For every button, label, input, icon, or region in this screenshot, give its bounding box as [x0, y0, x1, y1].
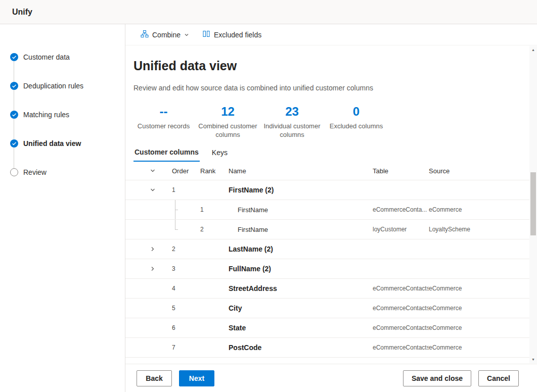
row-source: LoyaltyScheme: [429, 226, 529, 233]
row-order: 7: [172, 338, 200, 357]
stat-label: Customer records: [131, 122, 196, 130]
step-label: Review: [23, 168, 47, 176]
step-matching-rules[interactable]: Matching rules: [0, 100, 125, 129]
table-row[interactable]: 2 FirstName loyCustomer LoyaltyScheme: [125, 220, 529, 239]
save-and-close-button[interactable]: Save and close: [403, 370, 471, 386]
combine-button[interactable]: Combine: [141, 30, 189, 39]
step-label: Unified data view: [23, 139, 81, 148]
stat-label: Individual customer columns: [260, 122, 324, 139]
row-name: FirstName: [229, 206, 373, 214]
cancel-button[interactable]: Cancel: [478, 370, 519, 386]
row-order: 6: [172, 318, 200, 337]
scroll-up-icon[interactable]: ▲: [529, 46, 537, 54]
table-header: Order Rank Name Table Source: [125, 162, 529, 180]
tree-connector: [175, 220, 179, 239]
table-row[interactable]: 6 State eCommerceContacts eCommerce: [125, 318, 529, 338]
stat-individual-columns: 23 Individual customer columns: [260, 105, 324, 139]
row-rank: 1: [200, 200, 229, 219]
row-table: eCommerceContacts: [373, 344, 429, 351]
step-pending-icon: [10, 168, 18, 176]
row-name: City: [229, 304, 373, 312]
row-order: 3: [172, 259, 200, 278]
table-row[interactable]: 3 FullName (2): [125, 259, 529, 279]
chevron-right-icon[interactable]: [149, 265, 157, 273]
vertical-scrollbar[interactable]: ▲ ▼: [529, 46, 537, 363]
table-row[interactable]: 1 FirstName eCommerceConta... eCommerce: [125, 200, 529, 220]
step-deduplication-rules[interactable]: Deduplication rules: [0, 71, 125, 100]
step-current-icon: [10, 139, 18, 148]
chevron-right-icon[interactable]: [149, 245, 157, 253]
chevron-down-icon: [184, 31, 189, 39]
row-name: StreetAddress: [229, 284, 373, 292]
chevron-down-icon[interactable]: [149, 167, 157, 175]
app-header: Unify: [0, 0, 537, 24]
row-name: LastName (2): [229, 245, 373, 253]
row-table: eCommerceConta...: [373, 206, 429, 213]
table-row[interactable]: 4 StreetAddress eCommerceContacts eComme…: [125, 279, 529, 299]
page-subtitle: Review and edit how source data is combi…: [133, 84, 529, 92]
tree-connector: [175, 200, 179, 219]
row-table: eCommerceContacts: [373, 305, 429, 312]
tab-customer-columns[interactable]: Customer columns: [133, 148, 200, 162]
row-name: FullName (2): [229, 265, 373, 273]
tab-keys[interactable]: Keys: [211, 148, 229, 162]
stat-label: Combined customer columns: [196, 122, 260, 139]
excluded-fields-button[interactable]: Excluded fields: [202, 30, 261, 39]
row-order: 1: [172, 180, 200, 200]
app-title: Unify: [12, 8, 32, 17]
column-header-source[interactable]: Source: [429, 167, 529, 175]
step-customer-data[interactable]: Customer data: [0, 42, 125, 71]
stats-row: -- Customer records 12 Combined customer…: [125, 105, 529, 139]
row-table: eCommerceContacts: [373, 285, 429, 292]
scroll-down-icon[interactable]: ▼: [529, 356, 537, 363]
back-button[interactable]: Back: [137, 370, 172, 386]
step-label: Matching rules: [23, 111, 69, 119]
tab-strip: Customer columns Keys: [133, 148, 529, 162]
row-rank: 2: [200, 220, 229, 239]
table-row[interactable]: 2 LastName (2): [125, 239, 529, 259]
step-review[interactable]: Review: [0, 158, 125, 186]
row-table: eCommerceContacts: [373, 324, 429, 331]
row-order: 2: [172, 239, 200, 259]
next-button[interactable]: Next: [179, 370, 214, 386]
row-source: eCommerce: [429, 285, 529, 292]
page-title: Unified data view: [133, 58, 529, 74]
table-row[interactable]: 5 City eCommerceContacts eCommerce: [125, 299, 529, 318]
stat-customer-records: -- Customer records: [131, 105, 196, 139]
column-header-name[interactable]: Name: [229, 167, 373, 175]
stat-value: 0: [324, 105, 388, 119]
row-source: eCommerce: [429, 344, 529, 351]
scrollbar-thumb[interactable]: [530, 172, 536, 235]
footer-right: Save and close Cancel: [403, 370, 519, 386]
combine-icon: [141, 30, 149, 39]
layout: Customer data Deduplication rules Matchi…: [0, 24, 537, 392]
stat-value: --: [131, 105, 196, 119]
table-row[interactable]: 1 FirstName (2): [125, 180, 529, 200]
stat-value: 12: [196, 105, 260, 119]
excluded-fields-label: Excluded fields: [214, 31, 261, 39]
table-row[interactable]: 7 PostCode eCommerceContacts eCommerce: [125, 338, 529, 358]
excluded-fields-icon: [202, 30, 210, 39]
footer-left: Back Next: [137, 370, 214, 386]
row-name: PostCode: [229, 344, 373, 352]
row-name: State: [229, 324, 373, 332]
stat-label: Excluded columns: [324, 122, 388, 130]
chevron-down-icon[interactable]: [149, 186, 157, 194]
row-name: FirstName: [229, 226, 373, 233]
step-label: Deduplication rules: [23, 82, 83, 90]
column-header-rank[interactable]: Rank: [200, 167, 229, 175]
wizard-stepper: Customer data Deduplication rules Matchi…: [0, 24, 125, 392]
main-panel: Combine Excluded fields Unified data vie…: [125, 24, 537, 392]
column-header-table[interactable]: Table: [373, 167, 429, 175]
column-header-order[interactable]: Order: [172, 167, 200, 175]
footer-bar: Back Next Save and close Cancel: [125, 364, 537, 392]
step-label: Customer data: [23, 53, 70, 61]
row-source: eCommerce: [429, 206, 529, 213]
step-complete-icon: [10, 111, 18, 119]
row-order: 5: [172, 299, 200, 318]
stat-value: 23: [260, 105, 324, 119]
step-complete-icon: [10, 82, 18, 90]
step-unified-data-view[interactable]: Unified data view: [0, 129, 125, 158]
row-source: eCommerce: [429, 324, 529, 331]
row-order: 4: [172, 279, 200, 298]
